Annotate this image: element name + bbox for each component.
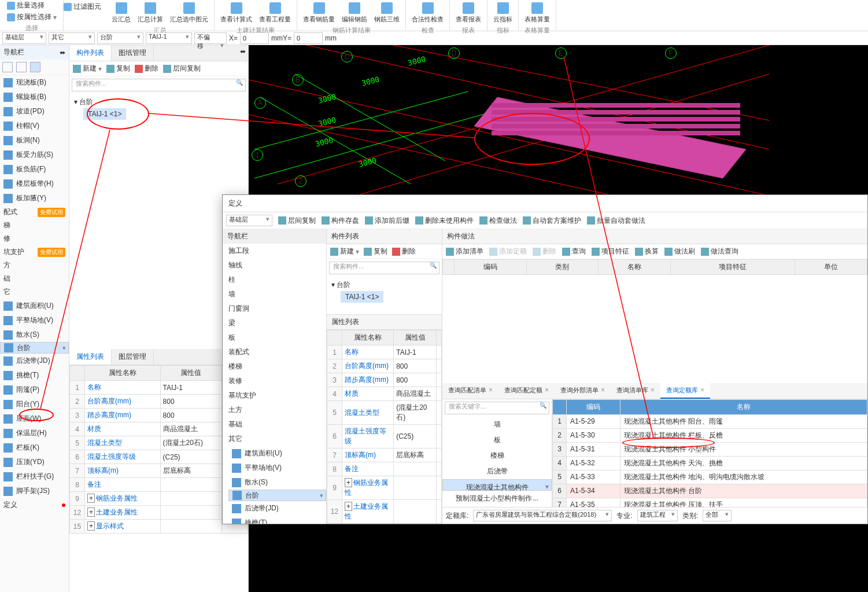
dlg-tool-添加前后缀[interactable]: 添加前后缀 [365,216,409,226]
nav-item-螺旋板(B)[interactable]: 螺旋板(B) [0,90,69,104]
dlg-nav-板[interactable]: 板 [223,330,326,345]
prop-row[interactable]: 4材质商品混凝土 [327,387,442,401]
category-select[interactable]: 其它 [49,32,95,44]
nav-item-建筑面积(U)[interactable]: 建筑面积(U) [0,299,69,313]
close-icon[interactable]: × [545,386,549,394]
tree-root[interactable]: ▾ 台阶 [74,96,243,108]
prop-row[interactable]: 6混凝土强度等级(C25) [327,425,442,448]
prop-row[interactable]: 3踏步高度(mm)800 [327,373,442,387]
prop-row[interactable]: 5混凝土类型(混凝土20石) [327,401,442,425]
dlg-nav-其它[interactable]: 其它 [223,432,326,446]
prop-row[interactable]: 4材质商品混凝土 [70,422,248,436]
nav-item-脚手架(JS)[interactable]: 脚手架(JS) [0,484,69,498]
meth-tool-做法刷[interactable]: 做法刷 [664,247,695,256]
dlg-tree-item[interactable]: TAIJ-1 <1> [341,291,383,303]
ribbon-汇总计算[interactable]: 汇总计算 [136,1,164,25]
dlg-tool-构件存盘[interactable]: 构件存盘 [322,216,359,226]
prop-row[interactable]: 12+土建业务属性 [70,506,248,520]
dlg-nav-基坑支护[interactable]: 基坑支护 [223,388,326,403]
dlg-nav-门窗洞[interactable]: 门窗洞 [223,301,326,316]
x-input[interactable] [240,32,269,44]
ribbon-查看工程量[interactable]: 查看工程量 [258,1,292,25]
nav-item-屋面(W)[interactable]: 屋面(W) [0,411,69,426]
component-select[interactable]: 台阶 [97,32,143,44]
floor-select[interactable]: 基础层 [2,32,46,44]
nav-item-压顶(YD)[interactable]: 压顶(YD) [0,455,69,469]
nav-item-现浇板(B)[interactable]: 现浇板(B) [0,75,69,90]
nav-item-后浇带(JD)[interactable]: 后浇带(JD) [0,354,69,368]
filter-button[interactable]: 过滤图元 [64,2,101,12]
nav-cat[interactable]: 方 [0,259,69,272]
tab-complist[interactable]: 构件列表 [69,45,112,61]
meth-tool-查询[interactable]: 查询 [562,247,586,256]
nav-tool-3[interactable] [30,62,40,72]
dlg-nav-楼梯[interactable]: 楼梯 [223,359,326,374]
prop-row[interactable]: 8备注 [70,478,248,492]
ribbon-钢筋三维[interactable]: 钢筋三维 [373,1,401,25]
quota-row[interactable]: 4A1-5-32现浇混凝土其他构件 天沟、挑檐 [553,456,867,470]
nav-item-雨篷(P)[interactable]: 雨篷(P) [0,383,69,397]
spec-select[interactable]: 建筑工程 [637,510,678,521]
qtab-2[interactable]: 查询外部清单× [555,383,611,399]
dlg-delete-button[interactable]: 删除 [392,247,416,256]
nav-cat[interactable]: 配式免费试用 [0,205,69,219]
quota-row[interactable]: 5A1-5-33现浇混凝土其他构件 地沟、明沟电缆沟散水坡 [553,470,867,484]
dlg-subnav-建筑面积(U)[interactable]: 建筑面积(U) [228,446,326,461]
dlg-subnav-台阶[interactable]: 台阶 [228,490,326,501]
dlg-nav-基础[interactable]: 基础 [223,417,326,432]
meth-tool-项目特征[interactable]: 项目特征 [592,247,629,256]
qcat-1[interactable]: 板 [442,432,552,448]
search-input[interactable]: 搜索构件... [72,79,246,91]
qtab-3[interactable]: 查询清单库× [611,383,660,399]
prop-row[interactable]: 6混凝土强度等级(C25) [70,450,248,464]
ribbon-编辑钢筋[interactable]: 编辑钢筋 [341,1,368,25]
ribbon-合法性检查[interactable]: 合法性检查 [411,1,445,25]
qcat-5[interactable]: 预制混凝土小型构件制作... [442,491,552,506]
ribbon-汇总选中图元[interactable]: 汇总选中图元 [169,1,209,25]
close-icon[interactable]: × [489,386,493,394]
nav-tool-1[interactable] [2,62,13,72]
qcat-0[interactable]: 墙 [442,417,552,432]
quota-row[interactable]: 1A1-5-29现浇混凝土其他构件 阳台、雨篷 [553,414,867,428]
nav-cat[interactable]: 梯 [0,219,69,232]
dlg-nav-装配式[interactable]: 装配式 [223,345,326,359]
meth-tool-删除[interactable]: 删除 [533,247,556,256]
quota-row[interactable]: 7A1-5-35现浇混凝土其他构件 压顶、扶手 [553,498,867,507]
lib-select[interactable]: 广东省房屋建筑与装饰工程综合定额(2018) [473,510,612,521]
nav-cat[interactable]: 它 [0,285,69,299]
prop-row[interactable]: 15+显示样式 [70,520,248,534]
dlg-nav-墙[interactable]: 墙 [223,287,326,301]
collapse-icon[interactable]: ⬌ [60,49,65,57]
prop-row[interactable]: 2台阶高度(mm)800 [70,395,248,409]
type-select[interactable]: 全部 [703,510,732,521]
ribbon-查看报表[interactable]: 查看报表 [455,1,482,25]
qcat-2[interactable]: 楼梯 [442,448,552,464]
ribbon-查看计算式[interactable]: 查看计算式 [219,1,253,25]
dlg-tool-自动套方案维护[interactable]: 自动套方案维护 [523,216,581,226]
prop-row[interactable]: 12+土建业务属性 [327,500,442,524]
dlg-nav-装修[interactable]: 装修 [223,374,326,388]
dlg-tool-删除未使用构件[interactable]: 删除未使用构件 [415,216,474,226]
dlg-nav-梁[interactable]: 梁 [223,316,326,330]
delete-button[interactable]: 删除 [135,64,158,73]
qcat-3[interactable]: 后浇带 [442,464,552,479]
select-by-attr-button[interactable]: 按属性选择▾ [7,12,57,22]
nav-tool-2[interactable] [16,62,27,72]
tree-item-taij[interactable]: TAIJ-1 <1> [83,108,126,120]
qcat-4[interactable]: 现浇混凝土其他构件 [442,479,552,491]
dlg-tool-批量自动套做法[interactable]: 批量自动套做法 [587,216,645,226]
query-search[interactable]: 搜索关键字... [445,402,549,414]
dlg-tree-root[interactable]: ▾ 台阶 [331,279,437,291]
dlg-tool-检查做法[interactable]: 检查做法 [479,216,517,226]
quota-row[interactable]: 2A1-5-30现浇混凝土其他构件 栏板、反檐 [553,428,867,442]
quota-row[interactable]: 3A1-5-31现浇混凝土其他构件 小型构件 [553,442,867,456]
nav-item-平整场地(V)[interactable]: 平整场地(V) [0,313,69,328]
nav-item-板加腋(Y)[interactable]: 板加腋(Y) [0,191,69,205]
nav-item-板负筋(F)[interactable]: 板负筋(F) [0,162,69,177]
close-icon[interactable]: × [651,386,655,394]
nav-item-散水(S)[interactable]: 散水(S) [0,328,69,342]
dlg-nav-施工段[interactable]: 施工段 [223,244,326,258]
nav-item-保温层(H)[interactable]: 保温层(H) [0,426,69,440]
prop-row[interactable]: 7顶标高(m)层底标高 [70,464,248,478]
prop-row[interactable]: 3踏步高度(mm)800 [70,409,248,422]
